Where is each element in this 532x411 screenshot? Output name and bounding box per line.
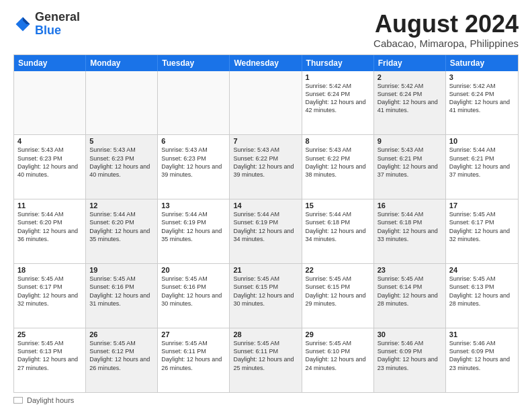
cell-info: Sunrise: 5:45 AM Sunset: 6:15 PM Dayligh… bbox=[306, 275, 370, 308]
logo: General Blue bbox=[13, 11, 80, 38]
day-number: 10 bbox=[449, 137, 515, 145]
cal-cell-empty-1 bbox=[86, 71, 158, 135]
cal-cell-15: 15Sunrise: 5:44 AM Sunset: 6:18 PM Dayli… bbox=[302, 199, 374, 263]
cal-cell-12: 12Sunrise: 5:44 AM Sunset: 6:20 PM Dayli… bbox=[86, 199, 158, 263]
footer: Daylight hours bbox=[13, 393, 519, 404]
cell-info: Sunrise: 5:42 AM Sunset: 6:24 PM Dayligh… bbox=[378, 82, 442, 115]
cal-header-cell-friday: Friday bbox=[374, 55, 446, 71]
cal-cell-21: 21Sunrise: 5:45 AM Sunset: 6:15 PM Dayli… bbox=[230, 264, 302, 328]
cal-cell-27: 27Sunrise: 5:45 AM Sunset: 6:11 PM Dayli… bbox=[158, 328, 230, 392]
cal-cell-empty-2 bbox=[158, 71, 230, 135]
cal-cell-20: 20Sunrise: 5:45 AM Sunset: 6:16 PM Dayli… bbox=[158, 264, 230, 328]
day-number: 24 bbox=[449, 266, 515, 274]
cell-info: Sunrise: 5:45 AM Sunset: 6:16 PM Dayligh… bbox=[89, 275, 154, 308]
day-number: 16 bbox=[378, 201, 442, 210]
title-block: August 2024 Cabacao, Mimaropa, Philippin… bbox=[373, 11, 519, 49]
cell-info: Sunrise: 5:45 AM Sunset: 6:13 PM Dayligh… bbox=[17, 339, 82, 372]
day-number: 15 bbox=[306, 201, 370, 210]
cal-cell-17: 17Sunrise: 5:45 AM Sunset: 6:17 PM Dayli… bbox=[446, 199, 518, 263]
cal-cell-11: 11Sunrise: 5:44 AM Sunset: 6:20 PM Dayli… bbox=[14, 199, 86, 263]
day-number: 7 bbox=[233, 137, 298, 145]
cal-week-4: 18Sunrise: 5:45 AM Sunset: 6:17 PM Dayli… bbox=[14, 264, 518, 328]
cal-cell-16: 16Sunrise: 5:44 AM Sunset: 6:18 PM Dayli… bbox=[374, 199, 446, 263]
cell-info: Sunrise: 5:46 AM Sunset: 6:09 PM Dayligh… bbox=[449, 339, 515, 372]
cell-info: Sunrise: 5:45 AM Sunset: 6:17 PM Dayligh… bbox=[449, 210, 515, 243]
cal-cell-31: 31Sunrise: 5:46 AM Sunset: 6:09 PM Dayli… bbox=[446, 328, 518, 392]
cell-info: Sunrise: 5:44 AM Sunset: 6:20 PM Dayligh… bbox=[17, 210, 82, 243]
day-number: 3 bbox=[449, 73, 515, 81]
day-number: 8 bbox=[306, 137, 370, 145]
cell-info: Sunrise: 5:45 AM Sunset: 6:14 PM Dayligh… bbox=[378, 275, 442, 308]
cal-cell-9: 9Sunrise: 5:43 AM Sunset: 6:21 PM Daylig… bbox=[374, 135, 446, 199]
legend-box bbox=[13, 397, 23, 404]
day-number: 25 bbox=[17, 330, 82, 338]
logo-general-text: General bbox=[35, 10, 80, 24]
cal-header-cell-saturday: Saturday bbox=[446, 55, 518, 71]
day-number: 14 bbox=[233, 201, 298, 210]
cal-cell-28: 28Sunrise: 5:45 AM Sunset: 6:11 PM Dayli… bbox=[230, 328, 302, 392]
day-number: 21 bbox=[233, 266, 298, 274]
day-number: 28 bbox=[233, 330, 298, 338]
day-number: 2 bbox=[378, 73, 442, 81]
cal-header-cell-monday: Monday bbox=[86, 55, 158, 71]
page: General Blue August 2024 Cabacao, Mimaro… bbox=[0, 0, 532, 411]
cell-info: Sunrise: 5:44 AM Sunset: 6:20 PM Dayligh… bbox=[89, 210, 154, 243]
day-number: 31 bbox=[449, 330, 515, 338]
day-number: 30 bbox=[378, 330, 442, 338]
cal-header-cell-sunday: Sunday bbox=[14, 55, 86, 71]
logo-blue-text: Blue bbox=[35, 24, 61, 37]
legend-label: Daylight hours bbox=[27, 396, 74, 404]
cell-info: Sunrise: 5:45 AM Sunset: 6:10 PM Dayligh… bbox=[306, 339, 370, 372]
cal-cell-13: 13Sunrise: 5:44 AM Sunset: 6:19 PM Dayli… bbox=[158, 199, 230, 263]
cell-info: Sunrise: 5:45 AM Sunset: 6:16 PM Dayligh… bbox=[161, 275, 226, 308]
day-number: 27 bbox=[161, 330, 226, 338]
cell-info: Sunrise: 5:44 AM Sunset: 6:19 PM Dayligh… bbox=[233, 210, 298, 243]
cal-cell-6: 6Sunrise: 5:43 AM Sunset: 6:23 PM Daylig… bbox=[158, 135, 230, 199]
day-number: 22 bbox=[306, 266, 370, 274]
cal-cell-30: 30Sunrise: 5:46 AM Sunset: 6:09 PM Dayli… bbox=[374, 328, 446, 392]
day-number: 4 bbox=[17, 137, 82, 145]
cell-info: Sunrise: 5:45 AM Sunset: 6:12 PM Dayligh… bbox=[89, 339, 154, 372]
cell-info: Sunrise: 5:43 AM Sunset: 6:22 PM Dayligh… bbox=[306, 146, 370, 179]
day-number: 29 bbox=[306, 330, 370, 338]
cal-week-2: 4Sunrise: 5:43 AM Sunset: 6:23 PM Daylig… bbox=[14, 135, 518, 199]
cal-cell-2: 2Sunrise: 5:42 AM Sunset: 6:24 PM Daylig… bbox=[374, 71, 446, 135]
cell-info: Sunrise: 5:45 AM Sunset: 6:17 PM Dayligh… bbox=[17, 275, 82, 308]
day-number: 23 bbox=[378, 266, 442, 274]
day-number: 19 bbox=[89, 266, 154, 274]
cal-cell-8: 8Sunrise: 5:43 AM Sunset: 6:22 PM Daylig… bbox=[302, 135, 374, 199]
cal-cell-3: 3Sunrise: 5:42 AM Sunset: 6:24 PM Daylig… bbox=[446, 71, 518, 135]
cal-header-cell-thursday: Thursday bbox=[302, 55, 374, 71]
cal-cell-23: 23Sunrise: 5:45 AM Sunset: 6:14 PM Dayli… bbox=[374, 264, 446, 328]
cal-week-5: 25Sunrise: 5:45 AM Sunset: 6:13 PM Dayli… bbox=[14, 328, 518, 392]
cal-cell-14: 14Sunrise: 5:44 AM Sunset: 6:19 PM Dayli… bbox=[230, 199, 302, 263]
cell-info: Sunrise: 5:44 AM Sunset: 6:18 PM Dayligh… bbox=[306, 210, 370, 243]
subtitle: Cabacao, Mimaropa, Philippines bbox=[373, 38, 519, 49]
day-number: 9 bbox=[378, 137, 442, 145]
day-number: 20 bbox=[161, 266, 226, 274]
day-number: 18 bbox=[17, 266, 82, 274]
day-number: 26 bbox=[89, 330, 154, 338]
cell-info: Sunrise: 5:43 AM Sunset: 6:23 PM Dayligh… bbox=[161, 146, 226, 179]
cell-info: Sunrise: 5:44 AM Sunset: 6:19 PM Dayligh… bbox=[161, 210, 226, 243]
cell-info: Sunrise: 5:44 AM Sunset: 6:21 PM Dayligh… bbox=[449, 146, 515, 179]
day-number: 11 bbox=[17, 201, 82, 210]
cell-info: Sunrise: 5:43 AM Sunset: 6:23 PM Dayligh… bbox=[89, 146, 154, 179]
cal-cell-25: 25Sunrise: 5:45 AM Sunset: 6:13 PM Dayli… bbox=[14, 328, 86, 392]
day-number: 12 bbox=[89, 201, 154, 210]
cal-cell-4: 4Sunrise: 5:43 AM Sunset: 6:23 PM Daylig… bbox=[14, 135, 86, 199]
cell-info: Sunrise: 5:43 AM Sunset: 6:22 PM Dayligh… bbox=[233, 146, 298, 179]
day-number: 5 bbox=[89, 137, 154, 145]
cal-cell-empty-0 bbox=[14, 71, 86, 135]
cal-week-1: 1Sunrise: 5:42 AM Sunset: 6:24 PM Daylig… bbox=[14, 71, 518, 136]
cal-week-3: 11Sunrise: 5:44 AM Sunset: 6:20 PM Dayli… bbox=[14, 199, 518, 264]
cell-info: Sunrise: 5:43 AM Sunset: 6:23 PM Dayligh… bbox=[17, 146, 82, 179]
calendar: SundayMondayTuesdayWednesdayThursdayFrid… bbox=[13, 54, 519, 393]
cell-info: Sunrise: 5:44 AM Sunset: 6:18 PM Dayligh… bbox=[378, 210, 442, 243]
cal-header-cell-wednesday: Wednesday bbox=[230, 55, 302, 71]
day-number: 1 bbox=[306, 73, 370, 81]
day-number: 13 bbox=[161, 201, 226, 210]
cal-cell-29: 29Sunrise: 5:45 AM Sunset: 6:10 PM Dayli… bbox=[302, 328, 374, 392]
cal-cell-18: 18Sunrise: 5:45 AM Sunset: 6:17 PM Dayli… bbox=[14, 264, 86, 328]
cal-cell-empty-3 bbox=[230, 71, 302, 135]
